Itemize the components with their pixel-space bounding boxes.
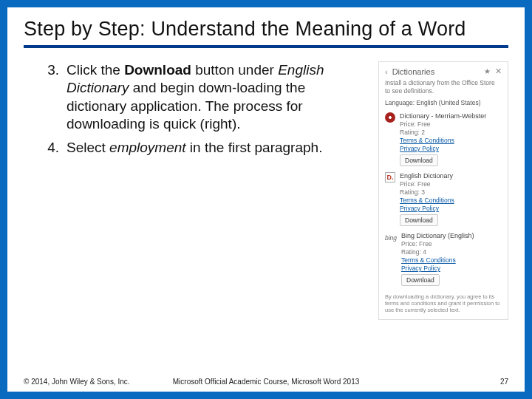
steps-list: 3. Click the Download button under Engli… [24, 61, 366, 157]
page-number: 27 [500, 378, 508, 386]
privacy-link[interactable]: Privacy Policy [401, 265, 502, 272]
terms-link[interactable]: Terms & Conditions [400, 137, 502, 144]
step-item: 3. Click the Download button under Engli… [52, 61, 366, 133]
entry-rating: Rating: 4 [401, 248, 502, 256]
page-title: Step by Step: Understand the Meaning of … [24, 18, 508, 48]
back-icon[interactable]: ‹ [385, 67, 388, 76]
lang-value: English (United States) [417, 99, 481, 106]
footer: © 2014, John Wiley & Sons, Inc. Microsof… [24, 378, 508, 386]
entry-price: Price: Free [400, 120, 502, 128]
panel-header: ‹ Dictionaries ★ ✕ [385, 66, 502, 76]
dictionary-entry: Dictionary - Merriam-Webster Price: Free… [385, 112, 502, 166]
download-button[interactable]: Download [400, 154, 438, 166]
download-button[interactable]: Download [401, 274, 440, 286]
privacy-link[interactable]: Privacy Policy [400, 205, 502, 212]
copyright: © 2014, John Wiley & Sons, Inc. [24, 378, 130, 386]
entry-name: Bing Dictionary (English) [401, 232, 502, 239]
body-row: 3. Click the Download button under Engli… [24, 61, 508, 320]
entry-name: English Dictionary [400, 172, 502, 180]
dictionary-entry: D. English Dictionary Price: Free Rating… [385, 172, 502, 226]
download-button[interactable]: Download [400, 214, 438, 226]
entry-price: Price: Free [400, 180, 502, 188]
lang-label: Language: [385, 99, 415, 106]
english-dictionary-icon: D. [385, 172, 395, 183]
panel-title: Dictionaries [392, 67, 480, 76]
step-item: 4. Select employment in the first paragr… [52, 139, 366, 157]
terms-link[interactable]: Terms & Conditions [400, 197, 502, 204]
terms-link[interactable]: Terms & Conditions [401, 256, 502, 264]
entry-price: Price: Free [401, 240, 502, 248]
close-icon[interactable]: ✕ [495, 66, 502, 76]
dictionaries-panel: ‹ Dictionaries ★ ✕ Install a dictionary … [378, 61, 508, 320]
agreement-text: By downloading a dictionary, you agree t… [385, 293, 502, 313]
star-icon[interactable]: ★ [484, 67, 491, 75]
entry-name: Dictionary - Merriam-Webster [400, 112, 502, 120]
entry-rating: Rating: 2 [400, 129, 502, 136]
dictionary-entry: bing Bing Dictionary (English) Price: Fr… [385, 232, 502, 286]
entry-info: Dictionary - Merriam-Webster Price: Free… [400, 112, 502, 166]
step-text: Click the Download button under English … [66, 62, 324, 132]
merriam-webster-icon [385, 112, 395, 123]
step-number: 4. [33, 139, 59, 157]
panel-subtitle: Install a dictionary from the Office Sto… [385, 79, 502, 95]
entry-info: Bing Dictionary (English) Price: Free Ra… [401, 232, 502, 286]
footer-center: Microsoft Official Academic Course, Micr… [173, 378, 360, 386]
privacy-link[interactable]: Privacy Policy [400, 145, 502, 152]
entry-rating: Rating: 3 [400, 188, 502, 196]
slide: Step by Step: Understand the Meaning of … [7, 7, 525, 392]
step-text: Select employment in the first paragraph… [66, 140, 322, 155]
step-number: 3. [33, 61, 59, 79]
steps-column: 3. Click the Download button under Engli… [24, 61, 366, 320]
panel-language: Language: English (United States) [385, 99, 502, 106]
entry-info: English Dictionary Price: Free Rating: 3… [400, 172, 502, 226]
bing-icon: bing [385, 232, 397, 244]
